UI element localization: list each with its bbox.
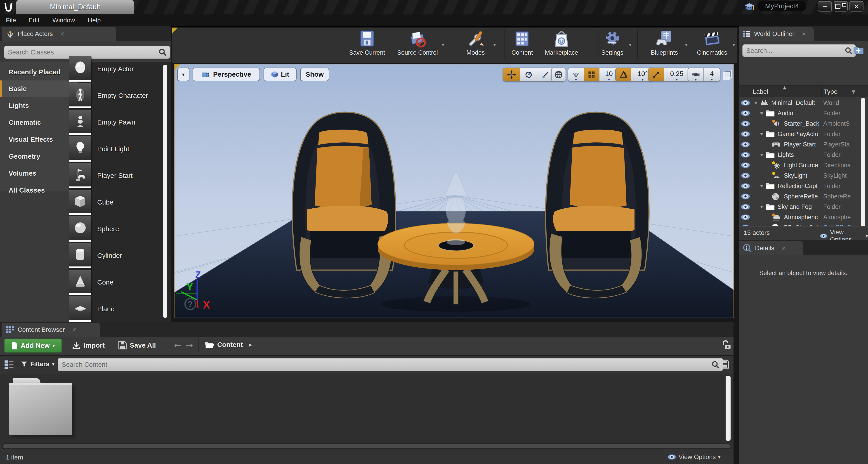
world-outliner-tab[interactable]: World Outliner × [739,27,814,41]
move-tool-button[interactable] [503,68,520,81]
details-tab[interactable]: Details × [739,241,803,255]
expander-icon[interactable] [760,184,764,188]
outliner-row-atmospheric-fog[interactable]: Atmospheric Atmosphe [739,212,867,222]
menu-edit[interactable]: Edit [25,14,42,26]
category-geometry[interactable]: Geometry [0,148,78,165]
outliner-row-sphere-reflection[interactable]: SphereRefle SphereRe [739,191,867,202]
settings-button[interactable]: Settings [590,29,635,56]
placeable-empty-character[interactable]: Empty Character [69,82,167,109]
sort-asc-icon[interactable]: ▲ [783,85,786,90]
cinematics-dropdown-icon[interactable]: ▾ [733,41,735,48]
content-view-options-button[interactable]: View Options ▾ [667,453,721,461]
visibility-eye-icon[interactable] [741,214,750,221]
type-column-header[interactable]: Type [824,88,837,95]
viewport-scene[interactable]: Y Z X ? [175,64,734,318]
horizontal-scrollbar[interactable] [2,443,732,449]
outliner-row-minimal-default[interactable]: Minimal_Default World [739,98,867,108]
expander-icon[interactable] [760,153,764,157]
lit-mode-button[interactable]: Lit [264,68,297,81]
save-search-button[interactable] [720,359,730,370]
level-viewport[interactable]: Y Z X ? ▾ Perspective Lit Show [174,64,734,318]
expander-icon[interactable] [754,101,758,105]
outliner-row-sky-and-fog[interactable]: Sky and Fog Folder [739,202,867,212]
outliner-row-skylight[interactable]: SkyLight SkyLight [739,171,867,181]
level-tab[interactable]: Minimal_Default [16,0,134,14]
category-volumes[interactable]: Volumes [0,165,78,182]
category-recently-placed[interactable]: Recently Placed [0,64,78,81]
back-icon[interactable]: ← [174,340,181,350]
content-folder-tile[interactable] [9,384,72,435]
visibility-eye-icon[interactable] [741,131,750,137]
rotation-snap-toggle[interactable] [616,68,631,81]
close-icon[interactable]: × [782,245,786,251]
category-lights[interactable]: Lights [0,97,78,114]
add-new-button[interactable]: Add New ▾ [4,339,62,352]
close-icon[interactable]: × [72,327,76,333]
asset-grid-scrollbar[interactable] [725,376,731,441]
save-current-button[interactable]: Save Current [344,29,390,56]
cinematics-button[interactable]: Cinematics [689,29,735,56]
expander-icon[interactable] [760,132,764,136]
minimize-button[interactable]: ─ [818,1,832,11]
outliner-row-light-source[interactable]: Light Source Directiona [739,160,867,171]
placeable-empty-actor[interactable]: Empty Actor [69,56,167,82]
placeable-plane[interactable]: Plane [69,296,167,322]
visibility-eye-icon[interactable] [741,99,750,106]
surface-snap-button[interactable]: ▾ [568,68,584,81]
placeable-point-light[interactable]: Point Light [69,135,167,162]
visibility-eye-icon[interactable] [741,151,750,158]
outliner-row-player-start[interactable]: Player Start PlayerSta [739,139,867,150]
placeable-cone[interactable]: Cone [69,269,167,296]
filters-button[interactable]: Filters ▾ [21,361,55,368]
scale-snap-value-button[interactable]: 0.25 ▾ [664,68,689,81]
sources-panel-button[interactable] [4,360,14,370]
category-basic[interactable]: Basic [0,81,78,97]
asset-grid[interactable] [0,374,734,443]
menu-help[interactable]: Help [85,14,104,26]
visibility-eye-icon[interactable] [741,141,750,148]
placeable-cylinder[interactable]: Cylinder [69,242,167,269]
menu-window[interactable]: Window [49,14,78,26]
source-control-dropdown-icon[interactable]: ▾ [442,41,444,48]
expander-icon[interactable] [760,205,764,209]
save-all-button[interactable]: Save All [118,341,156,350]
category-cinematic[interactable]: Cinematic [0,114,78,131]
visibility-eye-icon[interactable] [741,120,750,127]
search-content-box[interactable] [58,358,723,371]
show-button[interactable]: Show [300,68,329,81]
world-coordinate-button[interactable] [552,68,565,81]
lock-sources-button[interactable] [721,340,732,351]
visibility-eye-icon[interactable] [741,183,750,189]
blueprints-dropdown-icon[interactable]: ▾ [685,41,688,48]
visibility-eye-icon[interactable] [741,110,750,117]
grid-snap-toggle[interactable] [584,68,599,81]
place-actors-scrollbar[interactable] [163,65,167,318]
placeable-player-start[interactable]: Player Start [69,162,167,189]
expander-icon[interactable] [760,111,764,116]
visibility-eye-icon[interactable] [741,162,750,168]
breadcrumb[interactable]: Content ▸ [205,341,252,348]
outliner-row-gameplay-actors[interactable]: GamePlayActo Folder [739,129,867,139]
new-folder-button[interactable] [852,45,864,56]
visibility-eye-icon[interactable] [741,172,750,179]
source-control-button[interactable]: Source Control [395,29,440,56]
marketplace-button[interactable]: Marketplace [539,29,584,56]
placeable-sphere[interactable]: Sphere [69,216,167,242]
label-column-header[interactable]: Label [753,88,768,95]
column-menu-icon[interactable]: ▼ [852,89,855,94]
menu-file[interactable]: File [3,14,19,26]
close-button[interactable]: × [849,1,864,11]
outliner-search-input[interactable] [746,47,845,55]
camera-speed-value-button[interactable]: 4 ▾ [704,68,720,81]
outliner-row-audio[interactable]: Audio Folder [739,108,867,118]
blueprints-button[interactable]: Blueprints [642,29,687,56]
close-icon[interactable]: × [802,31,806,37]
outliner-row-lights[interactable]: Lights Folder [739,150,867,160]
content-button[interactable]: Content [500,29,545,56]
category-all-classes[interactable]: All Classes [0,182,78,199]
perspective-button[interactable]: Perspective [193,68,260,81]
visibility-eye-icon[interactable] [741,193,750,200]
close-icon[interactable]: × [60,31,65,37]
modes-dropdown-icon[interactable]: ▾ [493,41,496,48]
scale-snap-toggle[interactable] [649,68,664,81]
